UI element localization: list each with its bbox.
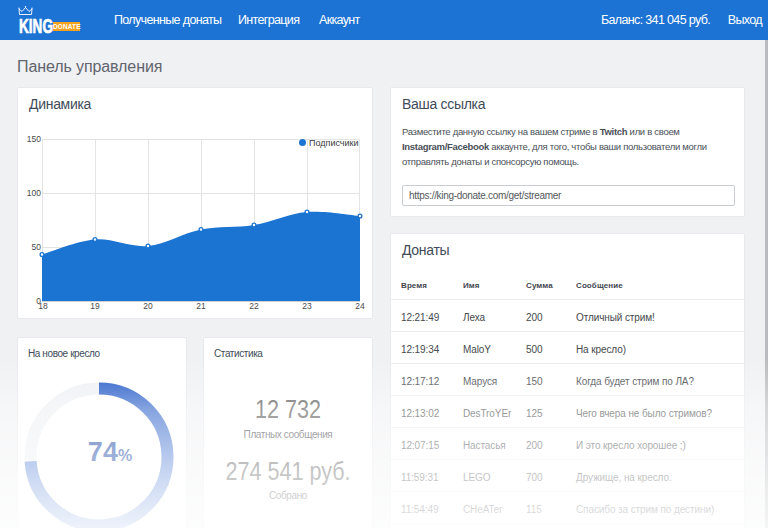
svg-text:21: 21 (196, 301, 206, 311)
svg-text:100: 100 (27, 188, 41, 198)
svg-text:18: 18 (38, 301, 48, 311)
svg-text:50: 50 (32, 242, 42, 252)
svg-text:24: 24 (355, 301, 365, 311)
svg-text:20: 20 (143, 301, 153, 311)
svg-text:Подписчики: Подписчики (309, 138, 359, 148)
svg-text:150: 150 (27, 134, 41, 144)
svg-text:23: 23 (302, 301, 312, 311)
svg-text:19: 19 (90, 301, 100, 311)
svg-text:22: 22 (249, 301, 259, 311)
